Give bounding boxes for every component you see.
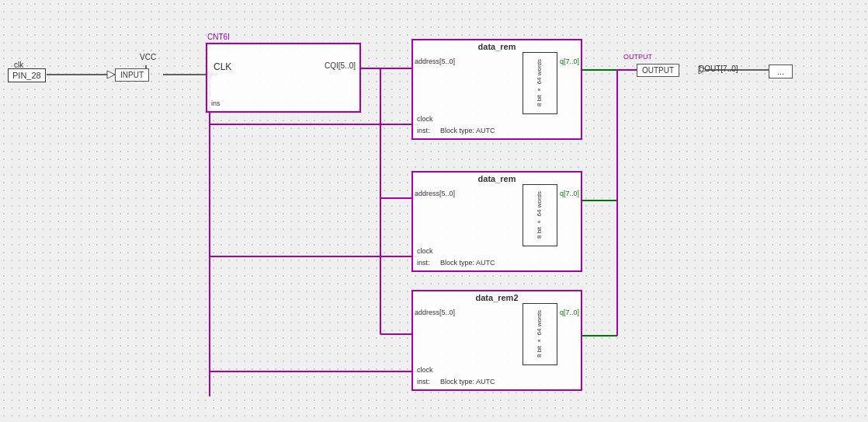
ram-block-0[interactable]: data_rem address[5..0] q[7..0] 8 bit × 6… [411,39,582,140]
ram1-inst: inst: [417,259,430,267]
ram0-clock: clock [417,115,433,123]
ram1-inner-box: 8 bit × 64 words [523,184,557,246]
ram2-inner-box: 8 bit × 64 words [523,303,557,365]
ram0-inst: inst: [417,127,430,134]
input-block[interactable]: INPUT [115,68,149,82]
ram2-address: address[5..0] [415,309,455,316]
output-block[interactable]: OUTPUT [637,64,679,77]
ram1-blocktype: Block type: AUTC [440,259,495,267]
cnt-cqi-label: CQI[5..0] [325,61,356,70]
ram0-inner-text: 8 bit × 64 words [536,59,543,106]
ram0-blocktype: Block type: AUTC [440,127,495,134]
ram2-inst: inst: [417,378,430,385]
ram1-clock: clock [417,247,433,255]
ellipsis-box[interactable]: ... [769,65,793,78]
ram2-clock: clock [417,366,433,374]
ram0-address: address[5..0] [415,58,455,65]
vcc-label: VCC [140,53,156,61]
ram2-inner-text: 8 bit × 64 words [536,310,543,357]
ram2-q: q[7..0] [560,309,579,316]
cnt-clk-label: CLK [214,61,231,72]
pin-block[interactable]: PIN_28 [8,68,46,82]
cnt-block[interactable]: CNT6I CLK CQI[5..0] ins [206,43,361,113]
ram2-title: data_rem2 [475,293,518,302]
ram-block-1[interactable]: data_rem address[5..0] q[7..0] 8 bit × 6… [411,171,582,272]
ram2-blocktype: Block type: AUTC [440,378,495,385]
cnt-title: CNT6I [207,33,230,41]
cnt-ins-label: ins [211,99,220,107]
ram0-inner-box: 8 bit × 64 words [523,52,557,114]
ram1-q: q[7..0] [560,190,579,197]
ram1-inner-text: 8 bit × 64 words [536,191,543,239]
ram0-q: q[7..0] [560,58,579,65]
svg-marker-20 [107,71,115,78]
output-label: OUTPUT [623,53,652,61]
ram1-title: data_rem [478,174,516,183]
dout-label: DOUT[7..0] [699,65,738,73]
ram-block-2[interactable]: data_rem2 address[5..0] q[7..0] 8 bit × … [411,290,582,391]
ram1-address: address[5..0] [415,190,455,197]
ram0-title: data_rem [478,42,516,51]
